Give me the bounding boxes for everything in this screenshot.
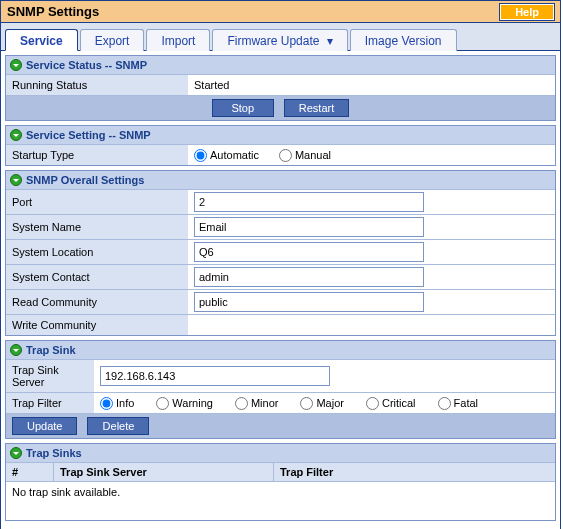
tab-import[interactable]: Import	[146, 29, 210, 51]
tab-service[interactable]: Service	[5, 29, 78, 51]
page-title: SNMP Settings	[7, 4, 99, 19]
value-write-community	[188, 315, 555, 335]
collapse-icon	[10, 447, 22, 459]
radio-minor-label: Minor	[251, 397, 279, 409]
collapse-icon	[10, 59, 22, 71]
label-running-status: Running Status	[6, 75, 188, 95]
tab-bar: Service Export Import Firmware Update ▾ …	[1, 23, 560, 51]
radio-critical-input[interactable]	[366, 397, 379, 410]
label-trap-sink-server: Trap Sink Server	[6, 360, 94, 392]
group-title: Service Status -- SNMP	[26, 59, 147, 71]
trap-sink-button-row: Update Delete	[6, 413, 555, 438]
group-header-trap-sinks[interactable]: Trap Sinks	[6, 444, 555, 462]
radio-major[interactable]: Major	[300, 397, 344, 410]
radio-major-input[interactable]	[300, 397, 313, 410]
radio-fatal[interactable]: Fatal	[438, 397, 478, 410]
col-trap-sink-server: Trap Sink Server	[54, 463, 274, 481]
group-header-trap-sink[interactable]: Trap Sink	[6, 341, 555, 359]
port-input[interactable]	[194, 192, 424, 212]
trap-sink-server-input[interactable]	[100, 366, 330, 386]
group-title: Trap Sinks	[26, 447, 82, 459]
tab-firmware-update[interactable]: Firmware Update ▾	[212, 29, 347, 51]
group-service-status: Service Status -- SNMP Running Status St…	[5, 55, 556, 121]
label-write-community: Write Community	[6, 315, 188, 335]
radio-info-input[interactable]	[100, 397, 113, 410]
collapse-icon	[10, 174, 22, 186]
radio-manual-input[interactable]	[279, 149, 292, 162]
value-running-status: Started	[188, 75, 555, 95]
collapse-icon	[10, 344, 22, 356]
table-empty-message: No trap sink available.	[6, 481, 555, 520]
title-bar: SNMP Settings Help	[1, 1, 560, 23]
radio-warning-input[interactable]	[156, 397, 169, 410]
tab-firmware-label: Firmware Update	[227, 34, 319, 48]
system-name-input[interactable]	[194, 217, 424, 237]
radio-manual[interactable]: Manual	[279, 149, 331, 162]
radio-info[interactable]: Info	[100, 397, 134, 410]
group-title: Trap Sink	[26, 344, 76, 356]
table-header-row: # Trap Sink Server Trap Filter	[6, 462, 555, 481]
label-system-contact: System Contact	[6, 265, 188, 289]
radio-automatic[interactable]: Automatic	[194, 149, 259, 162]
group-header-overall-settings[interactable]: SNMP Overall Settings	[6, 171, 555, 189]
read-community-input[interactable]	[194, 292, 424, 312]
restart-button[interactable]: Restart	[284, 99, 349, 117]
label-port: Port	[6, 190, 188, 214]
radio-automatic-label: Automatic	[210, 149, 259, 161]
radio-critical[interactable]: Critical	[366, 397, 416, 410]
service-status-button-row: Stop Restart	[6, 95, 555, 120]
radio-fatal-label: Fatal	[454, 397, 478, 409]
radio-warning-label: Warning	[172, 397, 213, 409]
label-trap-filter: Trap Filter	[6, 393, 94, 413]
system-contact-input[interactable]	[194, 267, 424, 287]
update-button[interactable]: Update	[12, 417, 77, 435]
group-title: SNMP Overall Settings	[26, 174, 144, 186]
col-number: #	[6, 463, 54, 481]
group-service-setting: Service Setting -- SNMP Startup Type Aut…	[5, 125, 556, 166]
chevron-down-icon: ▾	[327, 34, 333, 48]
col-trap-filter: Trap Filter	[274, 463, 555, 481]
radio-minor[interactable]: Minor	[235, 397, 279, 410]
system-location-input[interactable]	[194, 242, 424, 262]
radio-critical-label: Critical	[382, 397, 416, 409]
radio-warning[interactable]: Warning	[156, 397, 213, 410]
label-system-location: System Location	[6, 240, 188, 264]
delete-button[interactable]: Delete	[87, 417, 149, 435]
collapse-icon	[10, 129, 22, 141]
group-trap-sinks-table: Trap Sinks # Trap Sink Server Trap Filte…	[5, 443, 556, 521]
group-overall-settings: SNMP Overall Settings Port System Name S…	[5, 170, 556, 336]
radio-minor-input[interactable]	[235, 397, 248, 410]
tab-export[interactable]: Export	[80, 29, 145, 51]
group-header-service-status[interactable]: Service Status -- SNMP	[6, 56, 555, 74]
tab-image-version[interactable]: Image Version	[350, 29, 457, 51]
label-system-name: System Name	[6, 215, 188, 239]
group-trap-sink: Trap Sink Trap Sink Server Trap Filter I…	[5, 340, 556, 439]
radio-info-label: Info	[116, 397, 134, 409]
radio-fatal-input[interactable]	[438, 397, 451, 410]
stop-button[interactable]: Stop	[212, 99, 274, 117]
radio-manual-label: Manual	[295, 149, 331, 161]
group-header-service-setting[interactable]: Service Setting -- SNMP	[6, 126, 555, 144]
help-button[interactable]: Help	[500, 4, 554, 20]
radio-major-label: Major	[316, 397, 344, 409]
label-startup-type: Startup Type	[6, 145, 188, 165]
label-read-community: Read Community	[6, 290, 188, 314]
radio-automatic-input[interactable]	[194, 149, 207, 162]
group-title: Service Setting -- SNMP	[26, 129, 151, 141]
